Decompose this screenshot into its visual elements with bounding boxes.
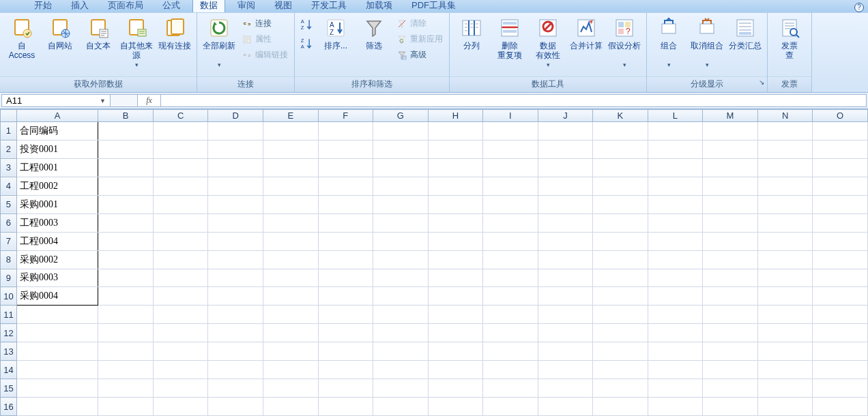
cell-C13[interactable] — [153, 342, 208, 361]
cell-G13[interactable] — [373, 342, 429, 361]
cell-H8[interactable] — [428, 250, 483, 269]
cell-K16[interactable] — [593, 398, 648, 416]
cell-I8[interactable] — [483, 250, 538, 269]
cell-H5[interactable] — [428, 195, 483, 213]
cell-B12[interactable] — [98, 324, 154, 342]
cell-G14[interactable] — [373, 361, 429, 379]
row-header-7[interactable]: 7 — [1, 232, 17, 250]
col-header-M[interactable]: M — [703, 110, 758, 122]
tab-数据[interactable]: 数据 — [192, 0, 225, 12]
cell-C3[interactable] — [153, 158, 208, 177]
cell-B5[interactable] — [98, 195, 154, 213]
cell-L4[interactable] — [648, 177, 703, 195]
cell-D11[interactable] — [208, 306, 263, 324]
row-header-12[interactable]: 12 — [1, 324, 17, 342]
cell-K15[interactable] — [593, 379, 648, 398]
ribbon-btn-group[interactable]: 组合▾ — [651, 16, 686, 68]
cell-B16[interactable] — [98, 398, 154, 416]
ribbon-btn-db-other[interactable]: 自其他来源▾ — [119, 16, 154, 68]
ribbon-small-link[interactable]: 连接 — [240, 17, 290, 30]
cell-B14[interactable] — [98, 361, 154, 379]
col-header-K[interactable]: K — [593, 110, 648, 122]
cell-D4[interactable] — [208, 177, 263, 195]
cell-J1[interactable] — [538, 122, 593, 140]
cell-C16[interactable] — [153, 398, 208, 416]
cell-O1[interactable] — [813, 122, 868, 140]
cell-N10[interactable] — [757, 287, 813, 306]
cell-K3[interactable] — [593, 158, 648, 177]
cell-E14[interactable] — [263, 361, 319, 379]
cell-G11[interactable] — [373, 306, 429, 324]
row-header-16[interactable]: 16 — [1, 398, 17, 416]
cell-I2[interactable] — [483, 140, 538, 158]
cell-D9[interactable] — [208, 269, 263, 287]
cell-I15[interactable] — [483, 379, 538, 398]
cell-B10[interactable] — [98, 287, 154, 306]
cell-I6[interactable] — [483, 213, 538, 232]
cell-B3[interactable] — [98, 158, 154, 177]
cell-H14[interactable] — [428, 361, 483, 379]
cell-O13[interactable] — [813, 342, 868, 361]
cell-A13[interactable] — [16, 342, 98, 361]
cell-H4[interactable] — [428, 177, 483, 195]
cell-A9[interactable]: 采购0003 — [16, 269, 98, 287]
cell-G16[interactable] — [373, 398, 429, 416]
cell-G10[interactable] — [373, 287, 429, 306]
cell-M4[interactable] — [703, 177, 758, 195]
cell-O12[interactable] — [813, 324, 868, 342]
cell-C11[interactable] — [153, 306, 208, 324]
cell-N14[interactable] — [757, 361, 813, 379]
cell-L3[interactable] — [648, 158, 703, 177]
cell-H12[interactable] — [428, 324, 483, 342]
cell-K4[interactable] — [593, 177, 648, 195]
cell-C1[interactable] — [153, 122, 208, 140]
cell-I4[interactable] — [483, 177, 538, 195]
cell-K7[interactable] — [593, 232, 648, 250]
cell-B7[interactable] — [98, 232, 154, 250]
cell-K8[interactable] — [593, 250, 648, 269]
ribbon-btn-db-existing[interactable]: 现有连接 — [157, 16, 192, 60]
cell-M13[interactable] — [703, 342, 758, 361]
ribbon-btn-sort-az[interactable]: AZ — [299, 17, 315, 33]
cell-M11[interactable] — [703, 306, 758, 324]
dialog-launcher-icon[interactable]: ↘ — [759, 78, 764, 86]
cell-C10[interactable] — [153, 287, 208, 306]
ribbon-btn-sort-big[interactable]: AZ排序... — [318, 16, 353, 60]
cell-K2[interactable] — [593, 140, 648, 158]
cell-L11[interactable] — [648, 306, 703, 324]
cell-H11[interactable] — [428, 306, 483, 324]
cell-K14[interactable] — [593, 361, 648, 379]
tab-插入[interactable]: 插入 — [64, 0, 96, 12]
cell-N12[interactable] — [757, 324, 813, 342]
cell-C8[interactable] — [153, 250, 208, 269]
ribbon-btn-subtotal[interactable]: 分类汇总 — [727, 16, 763, 60]
cell-O8[interactable] — [813, 250, 868, 269]
cell-I3[interactable] — [483, 158, 538, 177]
cell-E11[interactable] — [263, 306, 319, 324]
row-header-10[interactable]: 10 — [1, 287, 17, 306]
cell-H2[interactable] — [428, 140, 483, 158]
cell-I11[interactable] — [483, 306, 538, 324]
cell-E3[interactable] — [263, 158, 319, 177]
cell-I7[interactable] — [483, 232, 538, 250]
cell-B4[interactable] — [98, 177, 154, 195]
cell-M15[interactable] — [703, 379, 758, 398]
cell-O14[interactable] — [813, 361, 868, 379]
cell-A12[interactable] — [16, 324, 98, 342]
cell-J13[interactable] — [538, 342, 593, 361]
col-header-N[interactable]: N — [757, 110, 813, 122]
cell-G8[interactable] — [373, 250, 429, 269]
row-header-8[interactable]: 8 — [1, 250, 17, 269]
cell-H9[interactable] — [428, 269, 483, 287]
col-header-E[interactable]: E — [263, 110, 319, 122]
cell-M6[interactable] — [703, 213, 758, 232]
cell-M1[interactable] — [703, 122, 758, 140]
cell-K1[interactable] — [593, 122, 648, 140]
cell-M10[interactable] — [703, 287, 758, 306]
ribbon-btn-invoice[interactable]: 发票查 — [772, 16, 807, 60]
cell-F9[interactable] — [318, 269, 373, 287]
select-all-corner[interactable] — [1, 110, 17, 122]
col-header-G[interactable]: G — [373, 110, 429, 122]
row-header-6[interactable]: 6 — [1, 213, 17, 232]
cell-E6[interactable] — [263, 213, 319, 232]
